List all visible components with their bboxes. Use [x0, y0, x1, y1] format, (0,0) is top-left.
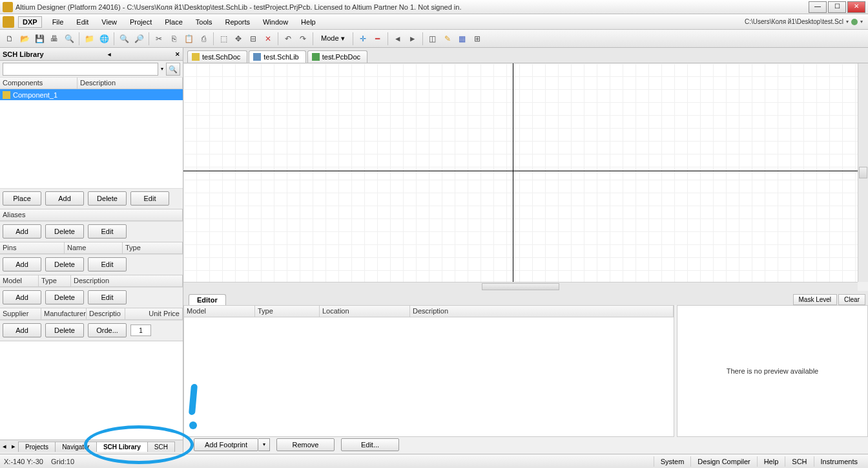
- canvas-vscrollbar[interactable]: [858, 63, 868, 282]
- deselect-icon[interactable]: ⊟: [246, 32, 260, 46]
- filter-combo[interactable]: [3, 63, 158, 76]
- add-alias-button[interactable]: Add: [3, 224, 41, 239]
- tab-navigator[interactable]: Navigator: [55, 441, 97, 452]
- origin-horizontal: [183, 171, 858, 171]
- status-dropdown-icon[interactable]: ▾: [860, 19, 863, 25]
- open-project-icon[interactable]: 📁: [82, 32, 96, 46]
- menu-edit[interactable]: Edit: [70, 17, 95, 27]
- sch-library-panel: SCH Library ◂ ✕ ▾ 🔍 Components Descripti…: [0, 48, 183, 452]
- add-component-button[interactable]: Add: [45, 191, 84, 206]
- minimize-button[interactable]: —: [809, 1, 827, 13]
- edit-alias-button[interactable]: Edit: [88, 224, 127, 239]
- app-icon: [3, 2, 13, 12]
- mode-dropdown[interactable]: Mode ▾: [316, 33, 350, 44]
- close-button[interactable]: ✕: [847, 1, 865, 13]
- delete-alias-button[interactable]: Delete: [45, 224, 84, 239]
- add-footprint-dropdown-icon[interactable]: ▾: [258, 438, 270, 451]
- model-table: Model Type Location Description: [183, 305, 674, 437]
- move-icon[interactable]: ✥: [231, 32, 245, 46]
- tab-sch[interactable]: SCH: [147, 441, 175, 452]
- zoom-out-icon[interactable]: 🔎: [132, 32, 146, 46]
- menu-view[interactable]: View: [95, 17, 123, 27]
- menu-file[interactable]: File: [46, 17, 70, 27]
- edit-component-button[interactable]: Edit: [130, 191, 169, 206]
- zoom-in-icon[interactable]: 🔍: [117, 32, 131, 46]
- editor-tab[interactable]: Editor: [189, 294, 226, 305]
- components-list[interactable]: Component_1: [0, 89, 183, 188]
- add-pin-button[interactable]: Add: [3, 257, 41, 271]
- order-qty-input[interactable]: [130, 324, 151, 336]
- paste-icon[interactable]: 📋: [181, 32, 196, 46]
- tool1-icon[interactable]: ◫: [426, 32, 440, 46]
- tab-projects[interactable]: Projects: [18, 441, 56, 452]
- pin-icon[interactable]: ◂: [108, 51, 111, 58]
- dxp-menu[interactable]: DXP: [18, 16, 42, 28]
- document-tabs: test.SchDoc test.SchLib test.PcbDoc: [183, 48, 868, 63]
- delete-supplier-button[interactable]: Delete: [45, 323, 84, 337]
- menu-help[interactable]: Help: [294, 17, 322, 27]
- menu-window[interactable]: Window: [256, 17, 294, 27]
- panel-close-icon[interactable]: ✕: [175, 51, 180, 58]
- menu-reports[interactable]: Reports: [218, 17, 256, 27]
- prev-icon[interactable]: ◄: [391, 32, 405, 46]
- menu-project[interactable]: Project: [123, 17, 158, 27]
- menu-tools[interactable]: Tools: [189, 17, 219, 27]
- mask-level-button[interactable]: Mask Level: [793, 294, 838, 305]
- print-icon[interactable]: 🖶: [47, 32, 61, 46]
- status-design-compiler[interactable]: Design Compiler: [690, 456, 756, 467]
- new-icon[interactable]: 🗋: [3, 32, 17, 46]
- clear-button[interactable]: Clear: [838, 294, 865, 305]
- window-titlebar: Altium Designer (Platform 24016) - C:\Us…: [0, 0, 868, 14]
- tab-pcbdoc[interactable]: test.PcbDoc: [307, 50, 367, 63]
- edit-pin-button[interactable]: Edit: [88, 257, 127, 271]
- rubber-stamp-icon[interactable]: ⎙: [196, 32, 211, 46]
- add-model-button[interactable]: Add: [3, 290, 41, 304]
- undo-icon[interactable]: ↶: [281, 32, 295, 46]
- tab-schdoc[interactable]: test.SchDoc: [187, 50, 247, 63]
- preview-icon[interactable]: 🔍: [62, 32, 76, 46]
- delete-model-button[interactable]: Delete: [45, 290, 84, 304]
- select-icon[interactable]: ⬚: [216, 32, 231, 46]
- add-footprint-button[interactable]: Add Footprint: [194, 438, 258, 451]
- tool3-icon[interactable]: ⊞: [470, 32, 484, 46]
- status-instruments[interactable]: Instruments: [814, 456, 864, 467]
- canvas-hscrollbar[interactable]: [183, 282, 858, 291]
- tab-sch-library[interactable]: SCH Library: [96, 441, 148, 452]
- remove-part-icon[interactable]: ━: [371, 32, 385, 46]
- maximize-button[interactable]: ☐: [828, 1, 846, 13]
- remove-footprint-button[interactable]: Remove: [276, 438, 335, 451]
- open-icon[interactable]: 📂: [17, 32, 32, 46]
- recent-path[interactable]: C:\Users\Коля й1\Desktop\test.Scl: [745, 18, 843, 25]
- order-button[interactable]: Orde...: [88, 323, 127, 337]
- add-supplier-button[interactable]: Add: [3, 323, 41, 337]
- component-row[interactable]: Component_1: [0, 89, 183, 100]
- tabs-prev-icon[interactable]: ◂: [0, 442, 9, 451]
- tool2-icon[interactable]: ✎: [440, 32, 455, 46]
- next-icon[interactable]: ►: [406, 32, 420, 46]
- grid-icon[interactable]: ▦: [455, 32, 470, 46]
- tabs-next-icon[interactable]: ▸: [9, 442, 18, 451]
- cut-icon[interactable]: ✂: [152, 32, 166, 46]
- tab-schlib[interactable]: test.SchLib: [249, 50, 305, 63]
- workspace-icon[interactable]: 🌐: [97, 32, 111, 46]
- place-button[interactable]: Place: [3, 191, 41, 206]
- filter-search-icon[interactable]: 🔍: [166, 63, 180, 76]
- status-dot-icon[interactable]: [851, 19, 858, 25]
- schematic-canvas[interactable]: [183, 63, 858, 282]
- edit-model-button[interactable]: Edit: [88, 290, 127, 304]
- save-icon[interactable]: 💾: [32, 32, 46, 46]
- redo-icon[interactable]: ↷: [296, 32, 310, 46]
- edit-footprint-button[interactable]: Edit...: [341, 438, 399, 451]
- status-sch[interactable]: SCH: [785, 456, 813, 467]
- status-system[interactable]: System: [654, 456, 691, 467]
- menu-place[interactable]: Place: [158, 17, 189, 27]
- editor-tabstrip: Editor Mask Level Clear: [183, 291, 868, 305]
- status-help[interactable]: Help: [757, 456, 785, 467]
- delete-pin-button[interactable]: Delete: [45, 257, 84, 271]
- add-part-icon[interactable]: ✛: [356, 32, 370, 46]
- aliases-header[interactable]: Aliases: [0, 209, 183, 220]
- copy-icon[interactable]: ⎘: [167, 32, 181, 46]
- path-dropdown-icon[interactable]: ▾: [846, 19, 849, 25]
- clear-icon[interactable]: ✕: [261, 32, 275, 46]
- delete-component-button[interactable]: Delete: [88, 191, 127, 206]
